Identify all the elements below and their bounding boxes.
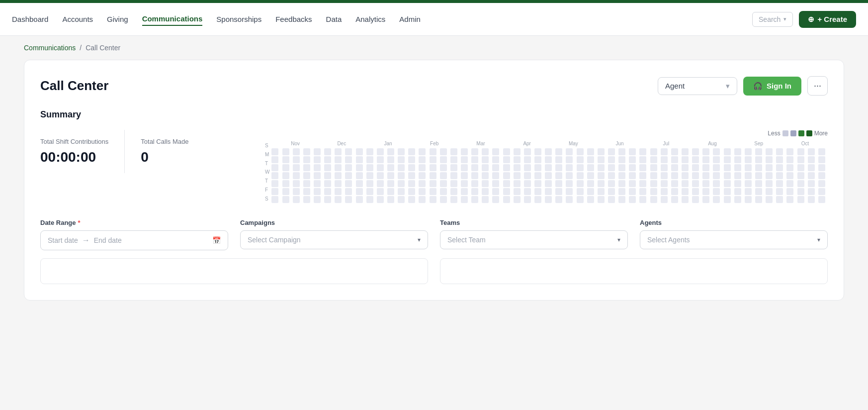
month-may: May	[551, 141, 596, 146]
breadcrumb-parent[interactable]: Communications	[24, 44, 76, 52]
heatmap-cell	[534, 180, 541, 187]
heatmap-cell	[324, 172, 331, 179]
nav-analytics[interactable]: Analytics	[355, 13, 385, 25]
heatmap-cell	[808, 148, 815, 155]
nav-giving[interactable]: Giving	[107, 13, 128, 25]
heatmap-cell	[766, 164, 773, 171]
nav-sponsorships[interactable]: Sponsorships	[216, 13, 261, 25]
heatmap-cell	[303, 172, 310, 179]
stats-chart-row: Total Shift Contributions 00:00:00 Total…	[40, 130, 828, 203]
heatmap-cell	[797, 196, 804, 203]
heatmap-cell	[692, 196, 699, 203]
heatmap-cell	[734, 196, 741, 203]
heatmap-cell	[430, 180, 436, 187]
heatmap-cell	[450, 180, 457, 187]
date-range-label: Date Range *	[40, 219, 228, 226]
more-options-button[interactable]: ···	[807, 76, 828, 96]
heatmap-cell	[650, 196, 657, 203]
heatmap-cell	[724, 188, 731, 195]
heatmap-cell	[671, 196, 678, 203]
heatmap-cell	[450, 156, 457, 163]
heatmap-cell	[461, 188, 468, 195]
date-range-input[interactable]: Start date → End date 📅	[40, 230, 228, 250]
heatmap-cell	[271, 188, 278, 195]
heatmap-cell	[524, 156, 531, 163]
heatmap-cell	[450, 196, 457, 203]
heatmap-cell	[503, 148, 510, 155]
heatmap-cell	[598, 188, 605, 195]
agent-select-label: Agent	[665, 82, 685, 90]
agent-select-dropdown[interactable]: Agent ▾	[658, 77, 737, 95]
heatmap-cell	[566, 164, 573, 171]
heatmap-cell	[335, 164, 342, 171]
heatmap-cell	[745, 188, 752, 195]
heatmap-cell	[661, 156, 668, 163]
heatmap-cell	[398, 188, 405, 195]
sign-in-button[interactable]: 🎧 Sign In	[743, 77, 801, 96]
month-aug: Aug	[690, 141, 735, 146]
heatmap-cell	[492, 188, 499, 195]
heatmap-cell	[671, 156, 678, 163]
campaigns-placeholder: Select Campaign	[248, 236, 301, 244]
heatmap-cell	[555, 172, 562, 179]
heatmap-cell	[335, 196, 342, 203]
heatmap-day-labels: S M T W T F S	[265, 141, 269, 203]
chevron-down-icon: ▾	[617, 236, 620, 243]
heatmap-cell	[545, 180, 552, 187]
heatmap-cell	[755, 148, 762, 155]
chevron-down-icon: ▾	[783, 16, 786, 22]
heatmap-cell	[734, 156, 741, 163]
agents-select[interactable]: Select Agents ▾	[640, 230, 828, 249]
heatmap-cell	[629, 156, 636, 163]
heatmap-cell	[524, 164, 531, 171]
ellipsis-icon: ···	[814, 81, 821, 91]
heatmap-cell	[566, 148, 573, 155]
heatmap-cell	[366, 148, 373, 155]
heatmap-cell	[639, 196, 646, 203]
heatmap-cell	[786, 156, 793, 163]
heatmap-cell	[377, 156, 384, 163]
heatmap-cell	[808, 188, 815, 195]
month-sep: Sep	[736, 141, 781, 146]
nav-feedbacks[interactable]: Feedbacks	[275, 13, 312, 25]
nav-admin[interactable]: Admin	[399, 13, 421, 25]
heatmap-cell	[377, 172, 384, 179]
heatmap-cell	[797, 172, 804, 179]
heatmap-cell	[345, 156, 352, 163]
plus-circle-icon: ⊕	[808, 15, 814, 24]
heatmap-cell	[482, 188, 489, 195]
nav-communications[interactable]: Communications	[142, 12, 203, 26]
heatmap-cell	[786, 148, 793, 155]
heatmap-cell	[786, 172, 793, 179]
heatmap-cell	[419, 188, 426, 195]
heatmap-cell	[534, 196, 541, 203]
heatmap-cell	[345, 172, 352, 179]
heatmap-cell	[755, 164, 762, 171]
heatmap-cell	[366, 172, 373, 179]
teams-select[interactable]: Select Team ▾	[440, 230, 628, 249]
create-button[interactable]: ⊕ + Create	[799, 11, 856, 28]
top-nav-bar: Dashboard Accounts Giving Communications…	[0, 0, 868, 36]
heatmap-cell	[671, 148, 678, 155]
search-bar[interactable]: Search ▾	[752, 12, 793, 27]
heatmap-cell	[356, 188, 363, 195]
heatmap-cell	[629, 172, 636, 179]
heatmap-cell	[808, 164, 815, 171]
heatmap-cell	[566, 188, 573, 195]
call-center-card: Call Center Agent ▾ 🎧 Sign In ··· Summar…	[24, 60, 844, 301]
campaigns-select[interactable]: Select Campaign ▾	[240, 230, 428, 249]
heatmap-cell	[734, 172, 741, 179]
nav-data[interactable]: Data	[326, 13, 342, 25]
heatmap-cell	[398, 180, 405, 187]
heatmap-cell	[345, 188, 352, 195]
heatmap-cell	[661, 180, 668, 187]
legend-box-4	[806, 130, 812, 136]
heatmap-cell	[366, 164, 373, 171]
heatmap-cell	[745, 172, 752, 179]
nav-dashboard[interactable]: Dashboard	[12, 13, 48, 25]
heatmap-cell	[629, 148, 636, 155]
heatmap-cell	[818, 180, 825, 187]
nav-accounts[interactable]: Accounts	[62, 13, 93, 25]
heatmap-grid-wrapper: S M T W T F S Nov Dec Jan	[265, 141, 828, 203]
heatmap-cell	[293, 172, 300, 179]
